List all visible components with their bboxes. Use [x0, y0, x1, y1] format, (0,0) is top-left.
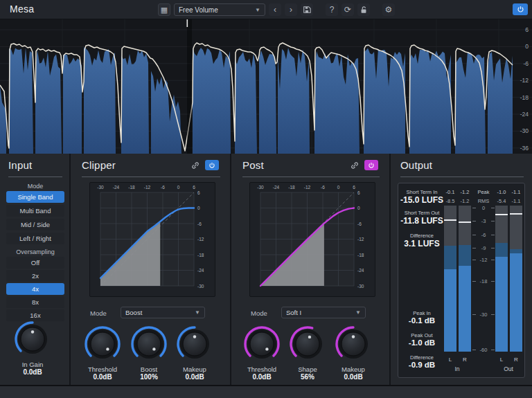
tick-dash — [472, 314, 476, 315]
lock-button[interactable] — [357, 3, 370, 16]
tick-dash — [472, 260, 476, 260]
tick-dash — [491, 208, 495, 208]
svg-text:-6: -6 — [523, 60, 529, 67]
meter-scale-tick: -9 — [475, 245, 493, 251]
os-option-8x[interactable]: 8x — [6, 296, 64, 308]
plugin-window: Mesa ▦ Free Volume ▼ ‹ › ? ⟳ ⚙ 60 — [0, 0, 532, 398]
tick-dash — [472, 208, 476, 208]
level-meter-out-r — [510, 206, 522, 352]
clipper-mode-select[interactable]: Boost ▼ — [121, 307, 205, 318]
in-peak-value: -1.2 — [456, 189, 473, 195]
save-preset-button[interactable] — [301, 3, 313, 16]
threshold-knob[interactable]: Threshold0.0dB — [82, 324, 123, 381]
knob-dial[interactable] — [175, 324, 215, 364]
knob-dial[interactable] — [287, 324, 328, 364]
post-mode-label: Mode — [251, 309, 267, 317]
svg-text:6: 6 — [353, 185, 355, 190]
out-rms-value: -1.1 — [508, 198, 524, 204]
stat-value: -0.1 dB — [400, 316, 444, 325]
os-option-off[interactable]: Off — [6, 257, 64, 269]
clipper-link-icon[interactable] — [190, 160, 201, 170]
stat-value: -15.0 LUFS — [400, 195, 444, 205]
tick-dash — [491, 260, 495, 260]
loudness-stat-short-term-out: Short Term Out-11.8 LUFS — [400, 210, 444, 226]
svg-text:-30: -30 — [257, 185, 264, 190]
refresh-button[interactable]: ⟳ — [342, 3, 354, 16]
preset-select[interactable]: Free Volume ▼ — [174, 3, 265, 16]
output-panel-title: Output — [400, 159, 432, 171]
post-link-icon[interactable] — [349, 160, 360, 170]
knob-dial[interactable] — [129, 324, 169, 364]
knob-dial[interactable] — [242, 324, 282, 364]
svg-text:6: 6 — [525, 26, 529, 33]
waveform-display[interactable]: 60-6-12-18-24-30-36 — [0, 19, 532, 154]
meter-rms-fill — [495, 257, 508, 352]
clipper-power-button[interactable] — [205, 160, 219, 170]
knob-value: 0.0dB — [333, 373, 373, 381]
knob-label: In Gain — [12, 361, 53, 368]
knob-label: Threshold — [242, 365, 282, 373]
chevron-down-icon: ▼ — [255, 7, 260, 13]
post-transfer-graph: -30-24-18-12-60660-6-12-18-24-30 — [249, 182, 375, 297]
help-button[interactable]: ? — [326, 3, 338, 16]
lock-icon — [360, 6, 368, 14]
post-mode-select[interactable]: Soft I ▼ — [281, 307, 366, 318]
knob-dial[interactable] — [82, 324, 123, 364]
shape-knob[interactable]: Shape56% — [287, 324, 328, 381]
svg-text:-12: -12 — [357, 237, 364, 242]
boost-knob[interactable]: Boost100% — [129, 324, 169, 381]
power-icon — [517, 6, 524, 13]
svg-text:-12: -12 — [144, 185, 151, 190]
meter-peak-hold — [495, 214, 508, 215]
preset-browser-icon[interactable]: ▦ — [158, 3, 170, 16]
divider — [242, 177, 380, 177]
meter-rms-fill — [459, 266, 471, 352]
os-option-4x[interactable]: 4x — [6, 283, 64, 295]
knob-dial[interactable] — [12, 319, 53, 359]
knob-label: Makeup — [175, 365, 215, 373]
power-icon — [209, 162, 215, 169]
preset-toolbar: ▦ Free Volume ▼ ‹ › ? ⟳ ⚙ — [158, 3, 395, 17]
tick-dash — [491, 281, 495, 282]
svg-text:0: 0 — [197, 206, 200, 210]
input-panel-title: Input — [8, 159, 32, 171]
meter-group-label-in: In — [443, 365, 471, 372]
post-power-button[interactable] — [364, 160, 378, 170]
in-gain-knob[interactable]: In Gain0.0dB — [12, 319, 53, 376]
knob-value: 0.0dB — [12, 368, 53, 376]
mode-option-multi-band[interactable]: Multi Band — [6, 205, 64, 217]
svg-text:6: 6 — [357, 190, 360, 195]
level-meter-out-l — [495, 206, 508, 352]
mode-option-single-band[interactable]: Single Band — [6, 191, 64, 203]
clipper-transfer-graph: -30-24-18-12-60660-6-12-18-24-30 — [89, 182, 215, 297]
post-panel-title: Post — [242, 159, 264, 171]
knob-value: 0.0dB — [82, 373, 123, 381]
threshold-knob[interactable]: Threshold0.0dB — [242, 324, 282, 381]
mode-option-mid-side[interactable]: Mid / Side — [6, 219, 64, 230]
prev-preset-button[interactable]: ‹ — [269, 3, 281, 16]
power-icon — [368, 162, 375, 169]
makeup-knob[interactable]: Makeup0.0dB — [175, 324, 215, 381]
knob-value: 56% — [287, 373, 328, 381]
svg-text:-24: -24 — [520, 111, 529, 118]
tick-dash — [491, 235, 495, 235]
chevron-down-icon: ▼ — [195, 309, 200, 316]
makeup-knob[interactable]: Makeup0.0dB — [333, 324, 373, 381]
svg-text:-12: -12 — [197, 237, 204, 242]
svg-text:-18: -18 — [288, 185, 295, 190]
tick-dash — [472, 235, 476, 235]
level-meter-in-r — [459, 206, 471, 352]
knob-dial[interactable] — [333, 324, 373, 364]
master-power-button[interactable] — [513, 3, 528, 15]
knob-label: Threshold — [82, 365, 123, 373]
footer-bar — [0, 385, 532, 398]
stat-value: -1.0 dB — [400, 338, 444, 347]
waveform-chart: 60-6-12-18-24-30-36 — [0, 19, 532, 154]
stat-label: Difference — [400, 354, 444, 361]
os-option-2x[interactable]: 2x — [6, 270, 64, 282]
next-preset-button[interactable]: › — [285, 3, 297, 16]
tick-dash — [472, 248, 476, 248]
out-peak-value: -1.1 — [508, 189, 524, 195]
mode-option-left-right[interactable]: Left / Right — [6, 233, 64, 244]
settings-button[interactable]: ⚙ — [382, 3, 395, 16]
